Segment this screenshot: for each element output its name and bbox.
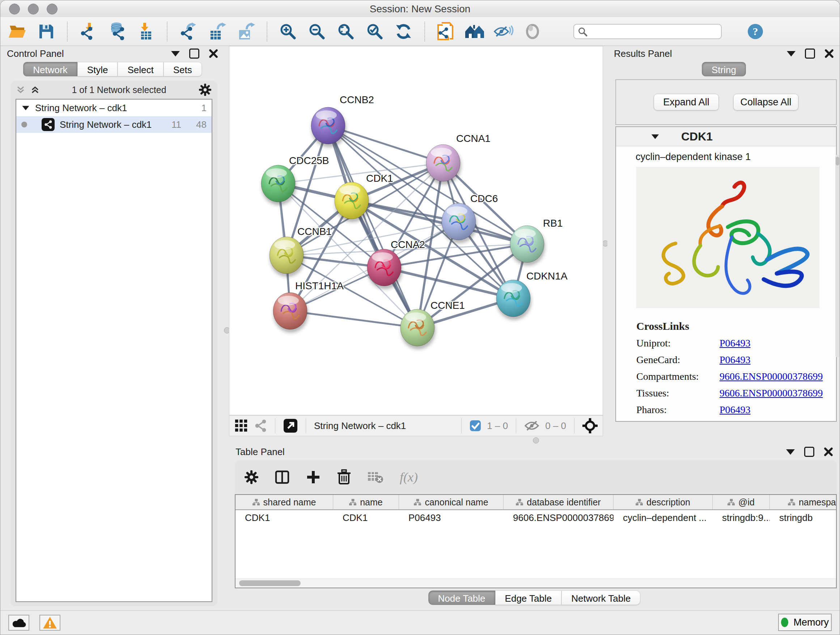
birdseye-crosshair-icon[interactable] — [583, 418, 598, 433]
horizontal-splitter[interactable] — [229, 436, 840, 444]
collapse-all-button[interactable]: Collapse All — [733, 94, 798, 111]
panel-float-icon[interactable] — [805, 49, 815, 59]
panel-menu-icon[interactable] — [786, 449, 795, 455]
search-input[interactable] — [573, 24, 722, 39]
export-network-button[interactable] — [178, 22, 198, 41]
table-cell[interactable]: stringdb:9... — [713, 512, 770, 524]
node-details-header[interactable]: CDK1 — [616, 127, 836, 146]
help-button[interactable]: ? — [745, 22, 765, 41]
network-node-CDKN1A[interactable]: CDKN1A — [496, 271, 568, 320]
collapse-all-icon[interactable] — [16, 86, 25, 94]
left-splitter[interactable] — [225, 46, 229, 611]
clone-network-button[interactable] — [436, 22, 455, 41]
crosslink-link[interactable]: 9606.ENSP00000378699 — [720, 371, 823, 382]
tab-string[interactable]: String — [702, 62, 746, 76]
tab-edge-table[interactable]: Edge Table — [495, 591, 562, 605]
table-cell[interactable]: CDK1 — [333, 512, 399, 524]
save-session-button[interactable] — [36, 22, 56, 41]
zoom-selected-button[interactable] — [365, 22, 385, 41]
tab-sets[interactable]: Sets — [164, 62, 202, 76]
table-hscrollbar[interactable] — [235, 578, 836, 587]
warning-status-button[interactable] — [39, 615, 60, 631]
node-label-CDK1: CDK1 — [366, 173, 393, 184]
table-settings-gear-icon[interactable] — [244, 470, 259, 485]
tab-select[interactable]: Select — [118, 62, 163, 76]
selected-checkbox-icon[interactable] — [470, 420, 481, 432]
cloud-status-button[interactable] — [8, 615, 29, 631]
expand-all-button[interactable]: Expand All — [654, 94, 719, 111]
panel-float-icon[interactable] — [804, 447, 814, 457]
table-cell[interactable]: CDK1 — [235, 512, 333, 524]
tab-style[interactable]: Style — [77, 62, 118, 76]
results-scrollbar-thumb[interactable] — [836, 157, 839, 165]
table-cell[interactable]: stringdb — [770, 512, 837, 524]
import-database-button[interactable] — [107, 22, 127, 41]
network-node-CCNB2[interactable]: CCNB2 — [311, 94, 374, 147]
show-all-button[interactable] — [523, 22, 542, 41]
panel-menu-icon[interactable] — [787, 51, 796, 57]
network-edge-CCNB2-CCNE1[interactable] — [328, 126, 417, 328]
network-collection-row[interactable]: String Network – cdk1 1 — [16, 100, 212, 116]
table-hscrollbar-thumb[interactable] — [239, 580, 301, 586]
zoom-fit-button[interactable] — [336, 22, 355, 41]
table-row[interactable]: CDK1CDK1P064939606.ENSP00000378699cyclin… — [235, 510, 836, 525]
zoom-out-button[interactable] — [307, 22, 327, 41]
collection-expand-icon[interactable] — [22, 106, 29, 110]
panel-float-icon[interactable] — [189, 49, 199, 59]
column-header-shared-name[interactable]: shared name — [235, 495, 333, 509]
tab-network[interactable]: Network — [23, 62, 77, 76]
table-cell[interactable]: P06493 — [399, 512, 504, 524]
add-column-icon[interactable] — [306, 470, 321, 485]
horizontal-splitter-handle[interactable] — [533, 437, 539, 443]
results-scrollbar[interactable] — [835, 155, 840, 357]
column-header-canonical-name[interactable]: canonical name — [399, 495, 504, 509]
column-header--id[interactable]: @id — [713, 495, 770, 509]
memory-button[interactable]: Memory — [778, 614, 832, 631]
network-node-HIST1H1A[interactable]: HIST1H1A — [273, 280, 344, 333]
grid-view-icon[interactable] — [234, 419, 248, 432]
panel-close-icon[interactable] — [209, 49, 218, 58]
refresh-button[interactable] — [394, 22, 414, 41]
import-table-button[interactable] — [136, 22, 156, 41]
delete-table-icon[interactable] — [367, 470, 384, 485]
main-toolbar: ? — [0, 17, 840, 46]
export-table-button[interactable] — [207, 22, 227, 41]
network-canvas[interactable]: CCNB2CCNA1CDC25BCDK1CDC6RB1CCNB1CCNA2CDK… — [229, 46, 603, 415]
tab-node-table[interactable]: Node Table — [428, 591, 495, 605]
network-edge-HIST1H1A-CCNE1[interactable] — [290, 311, 417, 328]
table-cell[interactable]: 9606.ENSP00000378699 — [504, 512, 614, 524]
crosslink-link[interactable]: P06493 — [720, 404, 751, 416]
hide-selected-button[interactable] — [494, 22, 513, 41]
panel-close-icon[interactable] — [824, 447, 833, 456]
column-header-database-identifier[interactable]: database identifier — [504, 495, 614, 509]
crosslink-link[interactable]: 9606.ENSP00000378699 — [720, 387, 823, 399]
open-in-new-icon[interactable] — [283, 418, 298, 433]
first-neighbors-button[interactable] — [465, 22, 485, 41]
expand-all-icon[interactable] — [31, 86, 39, 94]
column-header-name[interactable]: name — [333, 495, 399, 509]
table-cell[interactable]: cyclin–dependent ... — [614, 512, 713, 524]
column-header-description[interactable]: description — [614, 495, 713, 509]
export-image-button[interactable] — [236, 22, 256, 41]
zoom-in-button[interactable] — [278, 22, 298, 41]
show-columns-icon[interactable] — [275, 470, 290, 485]
section-collapse-icon[interactable] — [652, 134, 659, 139]
open-session-button[interactable] — [8, 22, 27, 41]
share-view-icon[interactable] — [254, 419, 267, 432]
crosslink-link[interactable]: P06493 — [720, 337, 751, 349]
column-header-namespace[interactable]: namespace — [770, 495, 837, 509]
panel-menu-icon[interactable] — [171, 51, 180, 57]
hidden-eye-slash-icon[interactable] — [524, 420, 539, 432]
network-node-RB1[interactable]: RB1 — [510, 218, 562, 266]
network-graph[interactable]: CCNB2CCNA1CDC25BCDK1CDC6RB1CCNB1CCNA2CDK… — [229, 46, 603, 415]
import-network-button[interactable] — [79, 22, 98, 41]
network-node-CCNE1[interactable]: CCNE1 — [401, 300, 465, 349]
panel-close-icon[interactable] — [824, 49, 834, 58]
network-row-selected[interactable]: String Network – cdk1 11 48 — [16, 116, 212, 133]
right-splitter[interactable] — [603, 46, 607, 436]
crosslink-link[interactable]: P06493 — [720, 354, 751, 366]
network-options-gear-icon[interactable] — [199, 83, 212, 96]
tab-network-table[interactable]: Network Table — [561, 591, 640, 605]
function-builder-button[interactable]: f(x) — [400, 470, 418, 485]
delete-column-icon[interactable] — [337, 469, 351, 485]
